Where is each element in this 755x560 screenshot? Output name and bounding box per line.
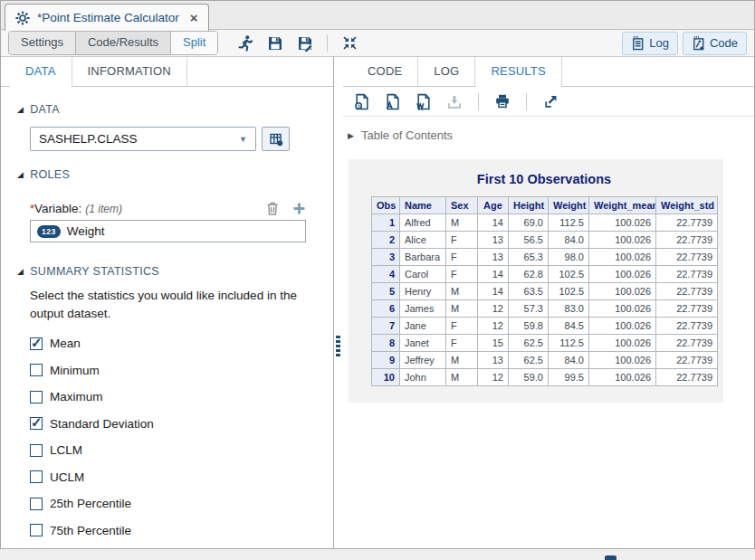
toolbar-right-buttons: Log Code xyxy=(622,32,747,55)
section-expanded-icon: ◢ xyxy=(17,106,24,114)
numeric-type-icon: 123 xyxy=(37,225,61,238)
section-title: ROLES xyxy=(30,168,70,181)
add-variable-icon[interactable] xyxy=(292,202,306,215)
settings-panel: DATA INFORMATION ◢ DATA SASHELP.CLASS ▼ xyxy=(1,57,334,548)
table-row: 2 Alice F 13 56.5 84.0 100.026 22.7739 xyxy=(372,232,718,249)
statistic-option[interactable]: 75th Percentile xyxy=(30,524,319,537)
cell-weight-mean: 100.026 xyxy=(589,266,656,283)
checkbox-label: Standard Deviation xyxy=(50,417,154,431)
statistic-option[interactable]: 25th Percentile xyxy=(30,497,319,510)
cell-weight-mean: 100.026 xyxy=(589,369,656,386)
cell-age: 15 xyxy=(478,335,509,352)
log-button[interactable]: Log xyxy=(622,32,678,55)
view-settings-button[interactable]: Settings xyxy=(9,32,76,54)
cell-weight: 102.5 xyxy=(549,283,589,300)
tab-information[interactable]: INFORMATION xyxy=(72,57,187,86)
table-row: 5 Henry M 14 63.5 102.5 100.026 22.7739 xyxy=(372,283,718,300)
section-title: SUMMARY STATISTICS xyxy=(30,265,159,278)
variable-item-name: Weight xyxy=(67,224,105,238)
settings-panel-body: ◢ DATA SASHELP.CLASS ▼ xyxy=(1,87,333,537)
tab-data[interactable]: DATA xyxy=(10,57,72,86)
cell-weight-mean: 100.026 xyxy=(589,232,656,249)
cell-height: 56.5 xyxy=(509,232,549,249)
checkbox-label: Minimum xyxy=(50,364,100,377)
cell-weight-std: 22.7739 xyxy=(656,214,718,232)
summary-section-body: Select the statistics you would like inc… xyxy=(30,287,319,537)
cell-weight-mean: 100.026 xyxy=(589,214,656,232)
open-in-new-window-icon[interactable] xyxy=(542,93,559,109)
cell-weight: 98.0 xyxy=(549,249,589,266)
cell-sex: F xyxy=(446,249,478,266)
download-html-icon[interactable] xyxy=(354,93,369,110)
cell-height: 57.3 xyxy=(509,300,549,318)
statistic-option[interactable]: Standard Deviation xyxy=(30,417,319,431)
cell-weight: 102.5 xyxy=(549,266,589,283)
exit-fullscreen-icon[interactable] xyxy=(341,34,358,52)
statistic-option[interactable]: UCLM xyxy=(30,470,319,484)
cell-obs: 6 xyxy=(372,300,400,318)
download-rtf-icon[interactable] xyxy=(416,93,431,110)
table-row: 9 Jeffrey M 13 62.5 84.0 100.026 22.7739 xyxy=(372,352,718,369)
checkbox[interactable] xyxy=(30,444,43,457)
results-panel: CODE LOG RESULTS xyxy=(343,57,754,548)
section-header-roles[interactable]: ◢ ROLES xyxy=(17,168,319,181)
checkbox[interactable] xyxy=(30,470,43,483)
results-toolbar xyxy=(343,87,754,117)
table-of-contents-toggle[interactable]: ▶ Table of Contents xyxy=(343,117,754,142)
select-table-button[interactable] xyxy=(262,127,290,151)
cell-weight-std: 22.7739 xyxy=(656,249,718,266)
checkbox-label: Maximum xyxy=(50,390,103,403)
task-toolbar: Settings Code/Results Split xyxy=(1,29,754,57)
checkbox[interactable] xyxy=(30,498,43,510)
section-header-summary-statistics[interactable]: ◢ SUMMARY STATISTICS xyxy=(17,265,319,278)
cell-obs: 9 xyxy=(372,352,400,369)
download-pdf-icon[interactable] xyxy=(385,93,400,110)
run-icon[interactable] xyxy=(236,34,253,52)
statistic-option[interactable]: LCLM xyxy=(30,443,319,457)
cell-obs: 2 xyxy=(372,232,400,249)
table-row: 3 Barbara F 13 65.3 98.0 100.026 22.7739 xyxy=(372,249,718,266)
splitter-handle-icon[interactable] xyxy=(336,336,340,356)
panel-splitter[interactable] xyxy=(334,57,343,548)
save-as-icon[interactable] xyxy=(297,35,313,52)
print-icon[interactable] xyxy=(494,93,511,109)
checkbox-label: LCLM xyxy=(50,443,82,457)
statistic-option[interactable]: Minimum xyxy=(30,364,319,377)
checkbox[interactable] xyxy=(30,391,43,403)
tab-code[interactable]: CODE xyxy=(352,57,418,86)
checkbox[interactable] xyxy=(30,417,43,430)
cell-height: 59.0 xyxy=(509,369,549,386)
code-button[interactable]: Code xyxy=(683,32,747,55)
view-code-results-button[interactable]: Code/Results xyxy=(76,32,171,54)
column-header-sex: Sex xyxy=(446,197,478,214)
task-gear-icon xyxy=(15,11,30,25)
column-header-weight-mean: Weight_mean xyxy=(589,197,656,214)
cell-name: Janet xyxy=(400,335,446,352)
observations-table: Obs Name Sex Age Height Weight Weight_me… xyxy=(371,196,718,386)
checkbox[interactable] xyxy=(30,524,43,536)
section-header-data[interactable]: ◢ DATA xyxy=(17,103,319,116)
cell-sex: M xyxy=(446,283,478,300)
checkbox[interactable] xyxy=(30,337,43,350)
document-tab-strip: *Point Estimate Calculator × xyxy=(1,1,754,29)
checkbox[interactable] xyxy=(30,364,43,376)
document-tab[interactable]: *Point Estimate Calculator × xyxy=(5,4,209,31)
cell-weight-mean: 100.026 xyxy=(589,249,656,266)
cell-weight-mean: 100.026 xyxy=(589,318,656,335)
save-icon[interactable] xyxy=(267,35,283,52)
cell-age: 14 xyxy=(478,266,509,283)
statistic-option[interactable]: Mean xyxy=(30,337,319,350)
tab-results[interactable]: RESULTS xyxy=(475,57,561,86)
statistic-option[interactable]: Maximum xyxy=(30,390,319,403)
table-row: 7 Jane F 12 59.8 84.5 100.026 22.7739 xyxy=(372,318,718,335)
cell-obs: 1 xyxy=(372,214,400,232)
dataset-select-value: SASHELP.CLASS xyxy=(39,132,138,146)
cell-weight-std: 22.7739 xyxy=(656,318,718,335)
tab-log[interactable]: LOG xyxy=(418,57,475,86)
view-split-button[interactable]: Split xyxy=(171,32,217,54)
dataset-select[interactable]: SASHELP.CLASS ▼ xyxy=(30,127,256,151)
delete-variable-icon[interactable] xyxy=(265,201,280,216)
close-tab-icon[interactable]: × xyxy=(190,11,198,24)
variable-list[interactable]: 123 Weight xyxy=(30,220,306,242)
main-split: DATA INFORMATION ◢ DATA SASHELP.CLASS ▼ xyxy=(1,57,754,548)
